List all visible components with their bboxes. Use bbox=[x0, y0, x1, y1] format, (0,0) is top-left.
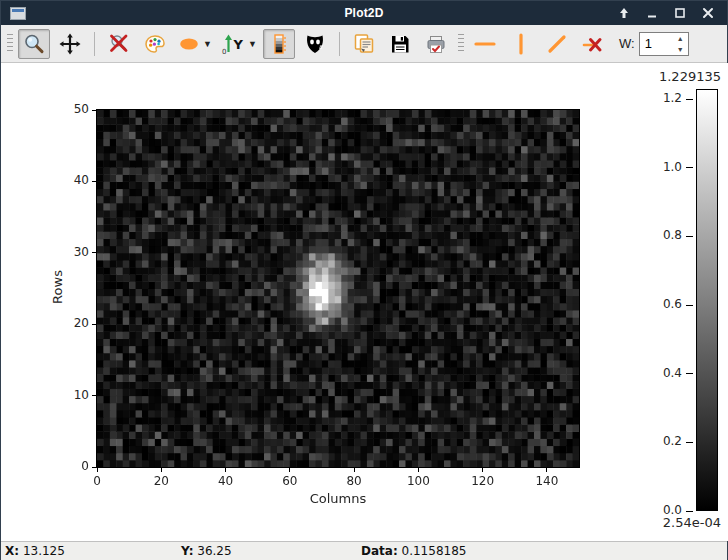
status-data: Data: 0.1158185 bbox=[361, 544, 466, 558]
colorbar-tick-label: 0.8 bbox=[640, 228, 682, 242]
copy-to-clipboard-button[interactable] bbox=[348, 29, 380, 59]
chevron-down-icon: ▼ bbox=[203, 39, 212, 49]
profile-toolbar-grip[interactable] bbox=[457, 34, 464, 54]
save-button[interactable] bbox=[384, 29, 416, 59]
x-tick-mark bbox=[97, 468, 98, 472]
x-tick-mark bbox=[418, 468, 419, 472]
colorbar-tick-label: 0.4 bbox=[640, 366, 682, 380]
toolbar-grip[interactable] bbox=[6, 34, 13, 54]
aspect-ratio-button[interactable]: ▼ bbox=[175, 29, 215, 59]
y-tick-mark bbox=[92, 252, 96, 253]
heatmap-image[interactable] bbox=[96, 109, 580, 468]
profile-width-label: W: bbox=[619, 36, 635, 51]
magnifier-x-icon bbox=[107, 32, 131, 56]
x-tick-label: 60 bbox=[268, 474, 312, 488]
horizontal-profile-button[interactable] bbox=[469, 29, 501, 59]
colorbar-tick-mark bbox=[686, 305, 693, 306]
clipboard-icon bbox=[352, 32, 376, 56]
x-tick-label: 20 bbox=[139, 474, 183, 488]
plot2d-window: Plot2D bbox=[0, 0, 728, 560]
svg-text:Y: Y bbox=[233, 37, 244, 52]
colorbar[interactable] bbox=[696, 89, 718, 511]
profile-width-input[interactable] bbox=[640, 33, 673, 55]
x-tick-label: 40 bbox=[204, 474, 248, 488]
chevron-down-icon: ▼ bbox=[248, 39, 257, 49]
colorbar-tick-mark bbox=[686, 99, 693, 100]
free-line-profile-button[interactable] bbox=[541, 29, 573, 59]
toolbar-separator bbox=[94, 32, 95, 56]
pan-arrows-icon bbox=[58, 32, 82, 56]
y-tick-mark bbox=[92, 395, 96, 396]
colorbar-tick-label: 0.6 bbox=[640, 297, 682, 311]
x-tick-mark bbox=[482, 468, 483, 472]
y-axis-label: Rows bbox=[50, 270, 65, 304]
pan-mode-button[interactable] bbox=[54, 29, 86, 59]
spin-up-icon[interactable]: ▲ bbox=[673, 33, 688, 44]
vertical-line-icon bbox=[509, 32, 533, 56]
floppy-icon bbox=[388, 32, 412, 56]
colorbar-tick-mark bbox=[686, 511, 693, 512]
x-tick-label: 100 bbox=[396, 474, 440, 488]
plot-area: 020406080100120140010203040501.21.00.80.… bbox=[1, 63, 728, 541]
colorbar-tick-label: 1.0 bbox=[640, 160, 682, 174]
x-tick-mark bbox=[289, 468, 290, 472]
colorbar-tick-mark bbox=[686, 373, 693, 374]
colorbar-icon bbox=[267, 32, 291, 56]
colorbar-min-value: 2.54e-04 bbox=[663, 515, 721, 530]
y-axis-up-icon: 0 Y bbox=[221, 32, 247, 56]
diagonal-line-icon bbox=[545, 32, 569, 56]
x-tick-mark bbox=[161, 468, 162, 472]
y-axis-orientation-button[interactable]: 0 Y ▼ bbox=[219, 29, 259, 59]
mask-icon bbox=[303, 32, 327, 56]
y-tick-mark bbox=[92, 467, 96, 468]
colorbar-tick-label: 0.2 bbox=[640, 434, 682, 448]
vertical-profile-button[interactable] bbox=[505, 29, 537, 59]
x-tick-label: 80 bbox=[332, 474, 376, 488]
colorbar-max-value: 1.229135 bbox=[659, 69, 721, 84]
x-tick-label: 120 bbox=[461, 474, 505, 488]
colorbar-toggle-button[interactable] bbox=[263, 29, 295, 59]
status-bar: X: 13.125 Y: 36.25 Data: 0.1158185 bbox=[1, 541, 727, 560]
svg-text:0: 0 bbox=[222, 47, 226, 55]
shade-button[interactable] bbox=[617, 6, 631, 20]
y-tick-label: 20 bbox=[51, 316, 89, 330]
profile-width-spinbox: ▲ ▼ bbox=[639, 32, 689, 56]
spin-down-icon[interactable]: ▼ bbox=[673, 44, 688, 55]
x-tick-label: 0 bbox=[75, 474, 119, 488]
x-tick-mark bbox=[546, 468, 547, 472]
reset-zoom-button[interactable] bbox=[103, 29, 135, 59]
y-tick-label: 0 bbox=[51, 459, 89, 473]
x-tick-label: 140 bbox=[525, 474, 569, 488]
zoom-mode-button[interactable] bbox=[18, 29, 50, 59]
toolbar-separator bbox=[339, 32, 340, 56]
minimize-button[interactable] bbox=[645, 6, 659, 20]
mask-tool-button[interactable] bbox=[299, 29, 331, 59]
y-tick-mark bbox=[92, 110, 96, 111]
red-x-line-icon bbox=[581, 32, 605, 56]
y-tick-mark bbox=[92, 324, 96, 325]
colormap-button[interactable] bbox=[139, 29, 171, 59]
status-x: X: 13.125 bbox=[5, 544, 65, 558]
main-toolbar: ▼ 0 Y ▼ bbox=[1, 25, 727, 63]
printer-icon bbox=[424, 32, 448, 56]
status-y: Y: 36.25 bbox=[181, 544, 232, 558]
close-button[interactable] bbox=[701, 6, 715, 20]
ellipse-icon bbox=[178, 32, 202, 56]
colorbar-tick-mark bbox=[686, 442, 693, 443]
colorbar-tick-label: 1.2 bbox=[640, 91, 682, 105]
title-bar: Plot2D bbox=[1, 1, 727, 25]
y-tick-label: 10 bbox=[51, 388, 89, 402]
horizontal-line-icon bbox=[473, 32, 497, 56]
y-tick-label: 40 bbox=[51, 173, 89, 187]
y-tick-label: 50 bbox=[51, 102, 89, 116]
maximize-button[interactable] bbox=[673, 6, 687, 20]
clear-profile-button[interactable] bbox=[577, 29, 609, 59]
y-tick-label: 30 bbox=[51, 245, 89, 259]
colorbar-tick-mark bbox=[686, 167, 693, 168]
x-tick-mark bbox=[354, 468, 355, 472]
x-tick-mark bbox=[225, 468, 226, 472]
colorbar-tick-mark bbox=[686, 236, 693, 237]
x-axis-label: Columns bbox=[238, 491, 438, 506]
magnifier-icon bbox=[22, 32, 46, 56]
print-button[interactable] bbox=[420, 29, 452, 59]
